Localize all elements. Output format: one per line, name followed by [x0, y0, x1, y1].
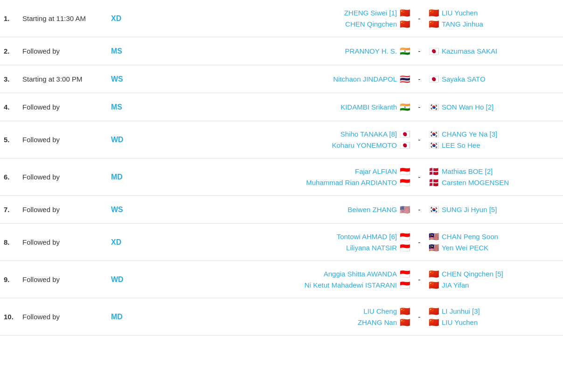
flag-icon: 🇲🇾: [429, 233, 439, 241]
match-number: 5.: [4, 136, 22, 144]
player-name: Fajar ALFIAN: [355, 166, 397, 177]
team1: PRANNOY H. S.🇮🇳: [279, 46, 410, 57]
match-number: 8.: [4, 238, 22, 246]
match-number: 6.: [4, 173, 22, 181]
match-row: 10.Followed byMDLIU Cheng🇨🇳ZHANG Nan🇨🇳-🇨…: [0, 298, 563, 336]
flag-icon: 🇮🇳: [400, 103, 410, 111]
flag-icon: 🇨🇳: [429, 9, 439, 17]
player-line: 🇨🇳JIA Yifan: [429, 280, 469, 291]
flag-icon: 🇨🇳: [429, 307, 439, 316]
player-line: 🇨🇳LIU Yuchen: [429, 317, 478, 328]
flag-icon: 🇨🇳: [429, 20, 439, 28]
match-status: Followed by: [22, 238, 111, 246]
flag-icon: 🇺🇸: [400, 206, 410, 214]
flag-icon: 🇮🇳: [400, 47, 410, 55]
player-name: CHEN Qingchen [5]: [442, 268, 503, 280]
player-line: KIDAMBI Srikanth🇮🇳: [341, 102, 410, 113]
team1: KIDAMBI Srikanth🇮🇳: [279, 102, 410, 113]
match-status: Followed by: [22, 206, 111, 213]
flag-icon: 🇮🇩: [400, 179, 410, 187]
player-name: Beiwen ZHANG: [348, 204, 397, 215]
flag-icon: 🇹🇭: [400, 75, 410, 83]
vs-separator: -: [410, 313, 429, 321]
team2: 🇯🇵Sayaka SATO: [429, 74, 559, 85]
player-name: KIDAMBI Srikanth: [341, 102, 397, 113]
player-name: Shiho TANAKA [8]: [341, 129, 397, 140]
match-row: 7.Followed byWSBeiwen ZHANG🇺🇸-🇰🇷SUNG Ji …: [0, 196, 563, 224]
player-line: Shiho TANAKA [8]🇯🇵: [341, 129, 410, 140]
flag-icon: 🇩🇰: [429, 167, 439, 176]
match-type[interactable]: MD: [111, 313, 139, 321]
match-type[interactable]: MD: [111, 173, 139, 181]
match-number: 4.: [4, 103, 22, 111]
match-type[interactable]: MS: [111, 47, 139, 55]
flag-icon: 🇰🇷: [429, 206, 439, 214]
flag-icon: 🇨🇳: [400, 9, 410, 17]
player-line: 🇩🇰Mathias BOE [2]: [429, 166, 493, 177]
flag-icon: 🇯🇵: [429, 75, 439, 83]
player-line: 🇯🇵Sayaka SATO: [429, 74, 486, 85]
match-type[interactable]: XD: [111, 238, 139, 247]
match-row: 3.Starting at 3:00 PMWSNitchaon JINDAPOL…: [0, 65, 563, 93]
player-line: 🇰🇷SUNG Ji Hyun [5]: [429, 204, 497, 215]
match-status: Followed by: [22, 275, 111, 283]
match-type[interactable]: WD: [111, 275, 139, 284]
vs-separator: -: [410, 275, 429, 284]
match-row: 5.Followed byWDShiho TANAKA [8]🇯🇵Koharu …: [0, 121, 563, 158]
player-line: ZHENG Siwei [1]🇨🇳: [344, 7, 410, 19]
flag-icon: 🇯🇵: [400, 141, 410, 150]
flag-icon: 🇮🇩: [400, 233, 410, 241]
match-type[interactable]: WS: [111, 75, 139, 83]
flag-icon: 🇮🇩: [400, 244, 410, 252]
team2: 🇰🇷CHANG Ye Na [3]🇰🇷LEE So Hee: [429, 129, 559, 151]
player-name: Mathias BOE [2]: [442, 166, 493, 177]
schedule-table: 1.Starting at 11:30 AMXDZHENG Siwei [1]🇨…: [0, 0, 563, 336]
player-line: Koharu YONEMOTO🇯🇵: [332, 140, 410, 151]
player-name: Nitchaon JINDAPOL: [333, 74, 397, 85]
player-line: 🇲🇾Yen Wei PECK: [429, 242, 488, 254]
player-line: Fajar ALFIAN🇮🇩: [355, 166, 410, 177]
flag-icon: 🇮🇩: [400, 281, 410, 289]
player-line: 🇰🇷SON Wan Ho [2]: [429, 102, 493, 113]
team2: 🇨🇳LIU Yuchen🇨🇳TANG Jinhua: [429, 7, 559, 30]
match-number: 9.: [4, 275, 22, 283]
player-line: 🇨🇳TANG Jinhua: [429, 19, 483, 30]
match-type[interactable]: XD: [111, 14, 139, 23]
flag-icon: 🇨🇳: [400, 318, 410, 327]
flag-icon: 🇨🇳: [400, 307, 410, 316]
player-line: 🇨🇳LIU Yuchen: [429, 7, 478, 19]
flag-icon: 🇮🇩: [400, 270, 410, 278]
team2: 🇨🇳CHEN Qingchen [5]🇨🇳JIA Yifan: [429, 268, 559, 291]
player-line: Anggia Shitta AWANDA🇮🇩: [324, 268, 410, 280]
match-type[interactable]: WS: [111, 206, 139, 214]
match-row: 9.Followed byWDAnggia Shitta AWANDA🇮🇩Ni …: [0, 261, 563, 298]
flag-icon: 🇨🇳: [429, 270, 439, 278]
flag-icon: 🇨🇳: [400, 20, 410, 28]
flag-icon: 🇰🇷: [429, 130, 439, 138]
match-type[interactable]: MS: [111, 103, 139, 111]
team1: Shiho TANAKA [8]🇯🇵Koharu YONEMOTO🇯🇵: [279, 129, 410, 151]
flag-icon: 🇮🇩: [400, 167, 410, 176]
match-players: LIU Cheng🇨🇳ZHANG Nan🇨🇳-🇨🇳LI Junhui [3]🇨🇳…: [139, 306, 559, 328]
player-line: 🇯🇵Kazumasa SAKAI: [429, 46, 497, 57]
player-line: 🇨🇳CHEN Qingchen [5]: [429, 268, 503, 280]
player-line: Tontowi AHMAD [6]🇮🇩: [337, 231, 410, 242]
team2: 🇲🇾CHAN Peng Soon🇲🇾Yen Wei PECK: [429, 231, 559, 254]
vs-separator: -: [410, 136, 429, 144]
match-type[interactable]: WD: [111, 136, 139, 144]
match-players: Shiho TANAKA [8]🇯🇵Koharu YONEMOTO🇯🇵-🇰🇷CH…: [139, 129, 559, 151]
match-status: Followed by: [22, 136, 111, 144]
vs-separator: -: [410, 14, 429, 23]
match-row: 8.Followed byXDTontowi AHMAD [6]🇮🇩Liliya…: [0, 224, 563, 261]
team1: Tontowi AHMAD [6]🇮🇩Liliyana NATSIR🇮🇩: [279, 231, 410, 254]
match-players: Tontowi AHMAD [6]🇮🇩Liliyana NATSIR🇮🇩-🇲🇾C…: [139, 231, 559, 254]
flag-icon: 🇯🇵: [400, 130, 410, 138]
match-players: Beiwen ZHANG🇺🇸-🇰🇷SUNG Ji Hyun [5]: [139, 204, 559, 215]
match-row: 2.Followed byMSPRANNOY H. S.🇮🇳-🇯🇵Kazumas…: [0, 37, 563, 65]
player-name: CHAN Peng Soon: [442, 231, 498, 242]
team2: 🇯🇵Kazumasa SAKAI: [429, 46, 559, 57]
team1: Beiwen ZHANG🇺🇸: [279, 204, 410, 215]
player-name: LIU Yuchen: [442, 7, 478, 19]
vs-separator: -: [410, 206, 429, 214]
flag-icon: 🇨🇳: [429, 318, 439, 327]
